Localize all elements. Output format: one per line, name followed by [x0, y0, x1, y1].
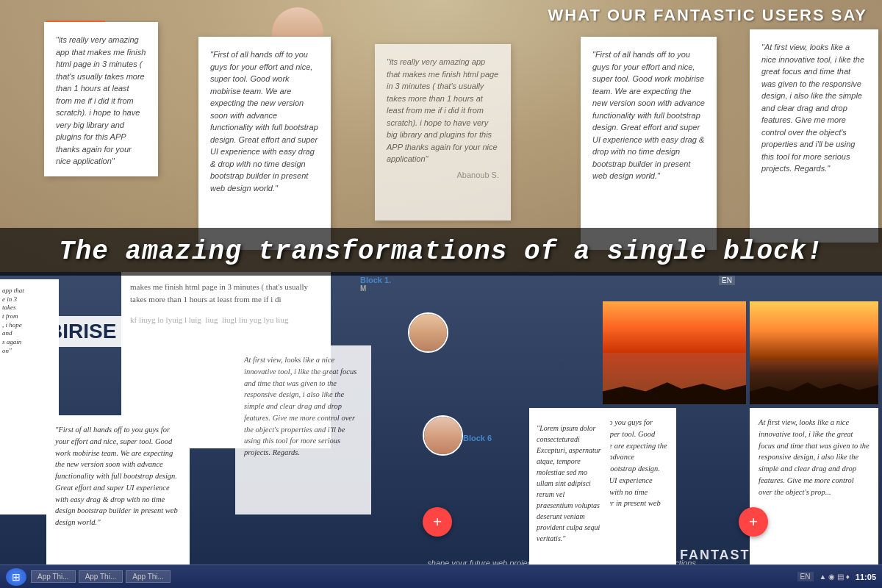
en-indicator-bottom: EN: [719, 276, 735, 285]
testimonial-text-4: "First of all hands off to you guys for …: [592, 49, 705, 182]
testimonial-text-2: "First of all hands off to you guys for …: [210, 49, 319, 194]
taskbar-start-button[interactable]: ⊞: [6, 568, 26, 586]
windows-icon: ⊞: [12, 571, 21, 583]
taskbar-icons: ▲ ◉ ▤ ♦: [820, 573, 850, 581]
landscape-sil-2: [750, 379, 878, 404]
testimonial-card-4: "First of all hands off to you guys for …: [581, 37, 717, 250]
plus-button-2[interactable]: +: [423, 507, 452, 537]
bottom-test-text-2: "First of all hands off to you guys for …: [55, 424, 181, 528]
landscape-sil-1: [603, 379, 746, 404]
testimonial-text-3: "its really very amazing app that makes …: [387, 56, 499, 165]
avatar-1: [408, 312, 448, 353]
taskbar-item-3[interactable]: App Thi...: [126, 570, 171, 583]
plus-button-1[interactable]: +: [739, 507, 768, 537]
lorem-text: "Lorem ipsum dolor consecteturadi Except…: [537, 423, 603, 544]
avatar-face-2: [424, 417, 462, 454]
bottom-testimonial-card-2: "First of all hands off to you guys for …: [46, 415, 190, 577]
avatar-face-1: [409, 314, 447, 351]
bottom-left-text: app thate in 3takest from, i hopeands ag…: [2, 287, 53, 356]
screenshot-container: WHAT OUR FANTASTIC USERS SAY "its really…: [0, 0, 882, 588]
taskbar-item-2[interactable]: App Thi...: [79, 570, 123, 583]
lorem-card: "Lorem ipsum dolor consecteturadi Except…: [529, 415, 610, 562]
block6-label: Block 6: [463, 434, 492, 442]
testimonial-card-5: "At first view, looks like a nice innova…: [750, 29, 878, 243]
testimonial-card-1: "its really very amazing app that makes …: [44, 22, 158, 176]
testimonial-card-3: "its really very amazing app that makes …: [375, 44, 511, 220]
bottom-test-text-3: At first view, looks like a nice innovat…: [244, 354, 362, 459]
taskbar-right: EN ▲ ◉ ▤ ♦ 11:05: [797, 572, 876, 581]
taskbar-lang: EN: [797, 572, 814, 581]
testimonial-text-1: "its really very amazing app that makes …: [56, 34, 146, 168]
bottom-landscape-1: [603, 301, 746, 404]
block1-label: Block 1. M: [360, 276, 391, 293]
main-title-text: The amazing transformations of a single …: [59, 237, 823, 267]
testimonial-text-5: "At first view, looks like a nice innova…: [761, 41, 867, 175]
bottom-landscape-2: [750, 301, 878, 404]
taskbar-items: App Thi... App Thi... App Thi...: [31, 570, 797, 583]
testimonial-card-2: "First of all hands off to you guys for …: [198, 37, 331, 250]
main-title-bar: The amazing transformations of a single …: [0, 228, 882, 276]
taskbar-item-1[interactable]: App Thi...: [31, 570, 76, 583]
header-title: WHAT OUR FANTASTIC USERS SAY: [548, 6, 867, 25]
avatar-2: [423, 415, 463, 456]
author-tag: Abanoub S.: [387, 169, 499, 182]
bottom-testimonial-card-3: At first view, looks like a nice innovat…: [235, 345, 371, 514]
lorem-filler: kf liuyg lo lyuig l luig liug liugl liu …: [130, 314, 322, 326]
taskbar-time: 11:05: [856, 573, 876, 581]
bottom-testimonial-card-5: At first view, looks like a nice innovat…: [750, 408, 878, 570]
bottom-section: OUR FANTASTIC USERS SAY shape your futur…: [0, 272, 882, 588]
taskbar: ⊞ App Thi... App Thi... App Thi... EN ▲ …: [0, 564, 882, 588]
center-card-text: makes me finish html page in 3 minutes (…: [130, 281, 322, 305]
bottom-content: OUR FANTASTIC USERS SAY shape your futur…: [0, 272, 882, 588]
bottom-test-text-5: At first view, looks like a nice innovat…: [759, 417, 870, 498]
